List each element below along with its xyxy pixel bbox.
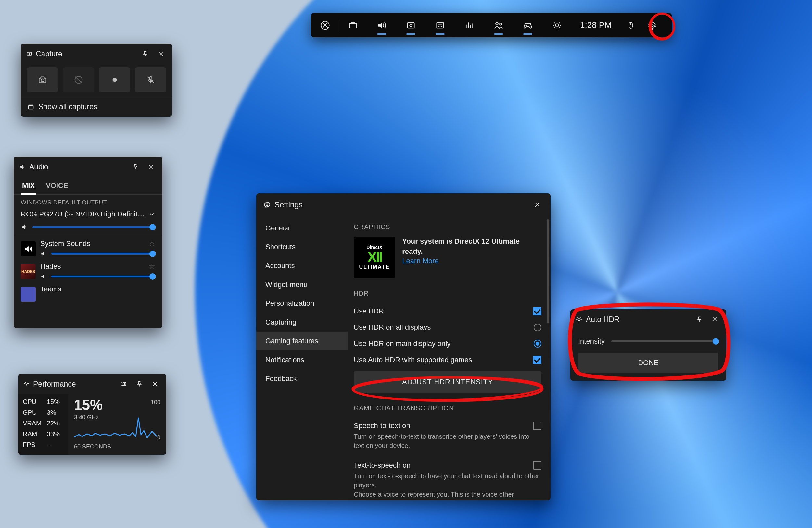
nav-notifications[interactable]: Notifications <box>256 350 348 369</box>
hdr-all-displays-radio[interactable] <box>534 323 541 331</box>
auto-hdr-option[interactable]: Use Auto HDR with supported games <box>354 352 541 368</box>
speech-to-text-option[interactable]: Speech-to-text on <box>354 418 541 431</box>
gamebar-performance[interactable] <box>425 13 455 37</box>
intensity-label: Intensity <box>578 337 605 346</box>
svg-rect-18 <box>29 105 33 109</box>
svg-point-25 <box>578 318 580 320</box>
nav-personalization[interactable]: Personalization <box>256 294 348 313</box>
close-button[interactable] <box>709 313 721 326</box>
system-sounds-slider[interactable] <box>51 253 155 255</box>
volume-icon <box>21 224 28 231</box>
pin-button[interactable] <box>693 313 706 326</box>
favorite-icon[interactable]: ☆ <box>149 240 155 248</box>
svg-rect-12 <box>27 52 31 56</box>
svg-point-9 <box>651 24 653 26</box>
audio-app-teams: Teams <box>14 282 162 302</box>
use-hdr-option[interactable]: Use HDR <box>354 303 541 319</box>
close-button[interactable] <box>531 199 543 211</box>
hades-volume-slider[interactable] <box>51 275 155 277</box>
gamebar-social[interactable] <box>484 13 513 37</box>
auto-hdr-title: Auto HDR <box>586 315 620 324</box>
audio-app-system-sounds: System Sounds☆ <box>14 236 162 259</box>
mic-toggle-button[interactable] <box>135 67 166 92</box>
settings-icon <box>648 21 657 30</box>
output-device-dropdown[interactable]: ROG PG27U (2- NVIDIA High Definition A..… <box>14 208 162 222</box>
capture-title-icon <box>26 51 32 57</box>
text-to-speech-option[interactable]: Text-to-speech on <box>354 457 541 470</box>
chevron-down-icon <box>148 211 155 218</box>
done-button[interactable]: DONE <box>578 353 719 373</box>
gamebar-mouse[interactable] <box>620 13 641 37</box>
nav-gaming-features[interactable]: Gaming features <box>256 332 348 350</box>
auto-hdr-checkbox[interactable] <box>533 356 541 364</box>
gamebar-controller[interactable] <box>513 13 542 37</box>
gamebar-audio[interactable] <box>367 13 396 37</box>
performance-title: Performance <box>33 380 76 389</box>
intensity-slider[interactable] <box>611 341 719 342</box>
screenshot-button[interactable] <box>27 67 58 92</box>
capture-title: Capture <box>36 50 62 58</box>
adjust-hdr-intensity-button[interactable]: ADJUST HDR INTENSITY <box>354 371 541 393</box>
settings-title-bar: Settings <box>256 193 551 216</box>
nav-accounts[interactable]: Accounts <box>256 256 348 275</box>
gamebar-widgets[interactable] <box>339 13 367 37</box>
audio-tab-voice[interactable]: VOICE <box>46 177 68 194</box>
nav-shortcuts[interactable]: Shortcuts <box>256 238 348 256</box>
nav-widget-menu[interactable]: Widget menu <box>256 275 348 294</box>
nav-general[interactable]: General <box>256 219 348 238</box>
hdr-main-display-radio[interactable] <box>534 340 541 348</box>
teams-icon <box>21 287 36 302</box>
master-volume-slider[interactable] <box>32 226 155 228</box>
audio-title: Audio <box>29 163 48 171</box>
svg-point-6 <box>499 23 502 25</box>
close-button[interactable] <box>149 378 161 390</box>
pin-button[interactable] <box>129 161 142 173</box>
nav-capturing[interactable]: Capturing <box>256 313 348 332</box>
auto-hdr-panel: Auto HDR Intensity DONE <box>570 309 726 381</box>
social-icon <box>494 20 504 30</box>
gamebar-capture[interactable] <box>396 13 425 37</box>
audio-panel: Audio MIX VOICE WINDOWS DEFAULT OUTPUT R… <box>14 157 162 328</box>
scrollbar[interactable] <box>547 220 549 323</box>
text-to-speech-desc: Turn on text-to-speech to have your chat… <box>354 470 541 499</box>
close-button[interactable] <box>145 161 157 173</box>
show-all-captures-link[interactable]: Show all captures <box>21 97 172 117</box>
svg-point-21 <box>123 385 124 386</box>
output-device-name: ROG PG27U (2- NVIDIA High Definition A..… <box>21 210 145 218</box>
hdr-title-icon <box>576 316 583 323</box>
text-to-speech-checkbox[interactable] <box>533 461 541 470</box>
svg-rect-4 <box>437 22 444 28</box>
gamebar-xbox[interactable] <box>311 13 339 37</box>
hdr-heading: HDR <box>354 286 541 303</box>
hdr-main-display-option[interactable]: Use HDR on main display only <box>354 335 541 352</box>
performance-stats: CPU15% GPU3% VRAM22% RAM33% FPS-- <box>18 394 68 455</box>
nav-feedback[interactable]: Feedback <box>256 369 348 388</box>
favorite-icon[interactable]: ☆ <box>149 262 155 271</box>
svg-rect-1 <box>350 24 357 28</box>
svg-point-22 <box>266 204 268 206</box>
speech-to-text-checkbox[interactable] <box>533 422 541 430</box>
gamebar-resources[interactable] <box>455 13 484 37</box>
performance-icon <box>436 21 445 30</box>
performance-title-bar: Performance <box>18 374 166 394</box>
graphics-heading: GRAPHICS <box>354 220 541 237</box>
record-button[interactable] <box>99 67 130 92</box>
gamebar-settings[interactable] <box>641 13 663 37</box>
options-button[interactable] <box>118 378 130 390</box>
svg-point-13 <box>29 53 30 54</box>
audio-tab-mix[interactable]: MIX <box>22 177 35 194</box>
hdr-all-displays-option[interactable]: Use HDR on all displays <box>354 319 541 335</box>
use-hdr-checkbox[interactable] <box>533 307 541 315</box>
settings-title: Settings <box>274 200 303 209</box>
pin-button[interactable] <box>133 378 145 390</box>
pin-button[interactable] <box>139 48 151 60</box>
controller-icon <box>523 20 533 30</box>
capture-title-bar: Capture <box>21 44 172 64</box>
resources-icon <box>465 21 474 30</box>
close-button[interactable] <box>155 48 167 60</box>
gamebar-brightness[interactable] <box>542 13 572 37</box>
directx-learn-more-link[interactable]: Learn More <box>402 257 439 265</box>
svg-point-3 <box>410 24 412 26</box>
record-last-button[interactable] <box>63 67 94 92</box>
default-output-label: WINDOWS DEFAULT OUTPUT <box>14 195 162 208</box>
